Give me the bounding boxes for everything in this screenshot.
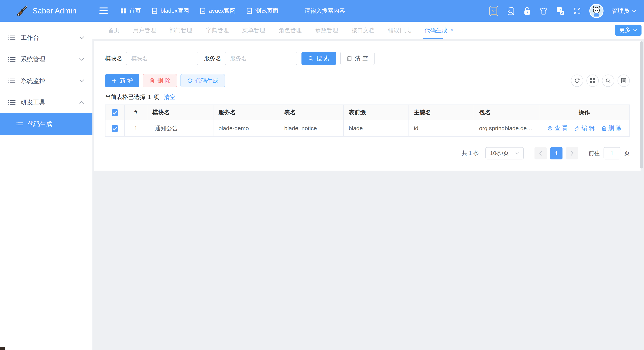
clear-filters-button[interactable]: 清 空 <box>340 52 374 65</box>
topnav-testpage-label: 测试页面 <box>255 7 278 15</box>
cell-service: blade-demo <box>213 120 279 137</box>
lock-icon[interactable] <box>523 6 531 16</box>
list-menu-icon <box>8 56 16 63</box>
grid-icon <box>120 8 127 15</box>
vertical-scrollbar[interactable] <box>640 41 643 168</box>
chevron-down-icon <box>515 152 519 155</box>
prev-page-button[interactable] <box>534 147 547 159</box>
fullscreen-icon[interactable] <box>573 7 581 15</box>
chevron-down-icon <box>79 79 84 83</box>
user-avatar[interactable] <box>589 4 604 18</box>
more-label: 更多 <box>619 26 630 34</box>
topnav-avuex[interactable]: avuex官网 <box>194 0 241 22</box>
sidebar-item-label: 代码生成 <box>28 120 52 128</box>
tab-label: 部门管理 <box>169 27 192 34</box>
codegen-button-label: 代码生成 <box>196 77 218 85</box>
chevron-up-icon <box>79 101 84 104</box>
refresh-button[interactable] <box>571 75 583 87</box>
search-button[interactable]: 搜 索 <box>302 52 336 65</box>
user-name: 管理员 <box>612 7 630 15</box>
top-search-toggle-icon[interactable] <box>489 5 499 17</box>
service-name-input[interactable] <box>225 52 297 65</box>
tab-code-generation[interactable]: 代码生成 × <box>418 22 460 39</box>
edit-link[interactable]: 编 辑 <box>574 124 594 132</box>
codegen-card: 模块名 服务名 搜 索 清 空 新 增 <box>94 41 640 170</box>
page-number-1[interactable]: 1 <box>550 147 562 159</box>
global-search-input[interactable]: 请输入搜索内容 <box>304 7 345 15</box>
cell-package: org.springblade.desk... <box>474 120 539 137</box>
service-name-label: 服务名 <box>204 55 221 62</box>
sidebar-item-system-monitor[interactable]: 系统监控 <box>0 70 92 92</box>
list-menu-icon <box>16 121 24 127</box>
sidebar-item-label: 系统监控 <box>21 77 45 85</box>
tab-role-manage[interactable]: 角色管理 <box>272 22 308 39</box>
topnav-home[interactable]: 首页 <box>115 0 146 22</box>
view-link[interactable]: 查 看 <box>547 124 568 132</box>
select-all-checkbox[interactable] <box>112 109 118 116</box>
tab-home[interactable]: 首页 <box>101 22 126 39</box>
tab-param-manage[interactable]: 参数管理 <box>308 22 345 39</box>
document-icon <box>151 8 158 15</box>
delete-link[interactable]: 删 除 <box>602 124 621 132</box>
delete-button[interactable]: 删 除 <box>143 74 177 87</box>
code-generate-button[interactable]: 代码生成 <box>180 74 225 87</box>
tab-label: 菜单管理 <box>242 27 265 34</box>
add-button[interactable]: 新 增 <box>105 74 139 87</box>
sidebar: 工作台 系统管理 <box>0 22 92 350</box>
grid-icon <box>590 78 595 83</box>
document-lines-icon <box>621 78 626 84</box>
chevron-down-icon <box>633 29 637 32</box>
language-translate-icon[interactable]: 中 A <box>556 7 565 15</box>
tab-label: 错误日志 <box>388 27 411 34</box>
goto-page-input[interactable] <box>604 147 620 159</box>
page-size-select[interactable]: 10条/页 <box>486 147 524 159</box>
goto-label: 前往 <box>588 149 600 157</box>
toolbar: 新 增 删 除 代码生成 <box>105 74 630 87</box>
column-settings-button[interactable] <box>586 75 599 87</box>
tab-menu-manage[interactable]: 菜单管理 <box>236 22 272 39</box>
module-name-input[interactable] <box>126 52 198 65</box>
view-icon <box>547 126 553 131</box>
tab-close-icon[interactable]: × <box>450 28 454 34</box>
topnav-testpage[interactable]: 测试页面 <box>241 0 284 22</box>
sidebar-collapse-icon[interactable] <box>99 8 108 14</box>
tabs-more-button[interactable]: 更多 <box>615 25 642 36</box>
app-root: Saber Admin 首页 bladex官网 <box>0 0 644 350</box>
topnav-bladex[interactable]: bladex官网 <box>146 0 194 22</box>
selection-clear-link[interactable]: 清空 <box>164 93 176 101</box>
tab-api-docs[interactable]: 接口文档 <box>345 22 381 39</box>
debug-tool-icon[interactable] <box>507 6 515 16</box>
tab-bar: 首页 用户管理 部门管理 字典管理 菜单管理 角色管理 参数管理 接口文档 错误… <box>92 22 644 39</box>
chevron-down-icon <box>79 36 84 40</box>
chevron-down-icon <box>632 9 637 13</box>
grid-toolbar <box>571 75 630 87</box>
cell-module: 通知公告 <box>147 120 213 137</box>
topnav-bladex-label: bladex官网 <box>160 7 189 15</box>
next-page-button[interactable] <box>566 147 578 159</box>
filter-form: 模块名 服务名 搜 索 清 空 <box>105 52 630 65</box>
user-menu[interactable]: 管理员 <box>612 7 637 15</box>
codegen-table: # 模块名 服务名 表名 表前缀 主键名 包名 操作 1 通知公告 <box>105 104 630 137</box>
chevron-left-icon <box>539 151 542 156</box>
sidebar-item-label: 工作台 <box>21 34 39 42</box>
col-service: 服务名 <box>213 105 279 120</box>
density-menu-button[interactable] <box>618 75 630 87</box>
trash-icon <box>149 78 154 84</box>
theme-shirt-icon[interactable] <box>539 7 548 15</box>
row-checkbox[interactable] <box>112 125 118 132</box>
module-name-label: 模块名 <box>105 55 122 62</box>
sidebar-item-system-manage[interactable]: 系统管理 <box>0 49 92 70</box>
tab-error-log[interactable]: 错误日志 <box>381 22 418 39</box>
sidebar-item-code-generation[interactable]: 代码生成 <box>0 113 92 135</box>
tab-dept-manage[interactable]: 部门管理 <box>163 22 199 39</box>
screen-corner-artifact <box>0 347 4 350</box>
plus-icon <box>112 78 117 83</box>
search-toggle-button[interactable] <box>602 75 614 87</box>
topnav-home-label: 首页 <box>129 7 141 15</box>
tab-dict-manage[interactable]: 字典管理 <box>199 22 236 39</box>
table-row: 1 通知公告 blade-demo blade_notice blade_ id… <box>105 120 630 137</box>
table-header-row: # 模块名 服务名 表名 表前缀 主键名 包名 操作 <box>105 105 630 120</box>
sidebar-item-dev-tools[interactable]: 研发工具 <box>0 92 92 113</box>
sidebar-item-workbench[interactable]: 工作台 <box>0 27 92 49</box>
tab-user-manage[interactable]: 用户管理 <box>126 22 163 39</box>
